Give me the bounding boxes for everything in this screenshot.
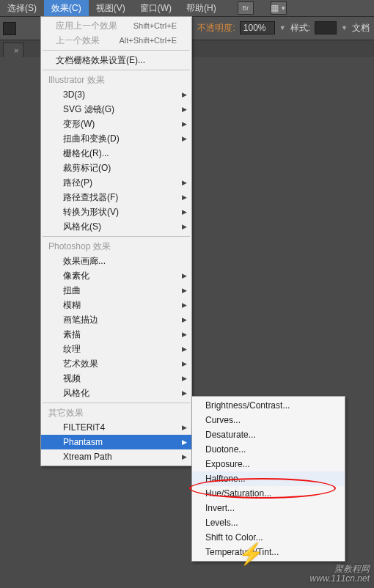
menu-item-label: 画笔描边 (63, 314, 177, 326)
menu-item-path[interactable]: 路径(P)▶ (41, 175, 191, 190)
menu-item-last: 上一个效果 Alt+Shift+Ctrl+E (41, 33, 191, 48)
menu-effects[interactable]: 效果(C) (44, 0, 89, 16)
layout-icon[interactable]: ▦▼ (271, 1, 287, 15)
menu-item-warp[interactable]: 变形(W)▶ (41, 117, 191, 131)
menu-item-label: 风格化(S) (63, 221, 177, 233)
menu-item-label: 视频 (63, 372, 177, 385)
menu-item-brushstrokes[interactable]: 画笔描边▶ (41, 312, 191, 327)
style-swatch[interactable] (315, 21, 337, 34)
submenu-item-invert[interactable]: Invert... (192, 501, 345, 515)
menu-item-sketch[interactable]: 素描▶ (41, 327, 191, 342)
submenu-arrow-icon: ▶ (182, 424, 187, 431)
menu-item-pathfinder[interactable]: 路径查找器(F)▶ (41, 190, 191, 205)
menu-item-label: 转换为形状(V) (63, 206, 177, 218)
menubar: 选择(S) 效果(C) 视图(V) 窗口(W) 帮助(H) Br ▦▼ (0, 0, 374, 16)
close-icon[interactable]: × (14, 46, 18, 55)
menu-item-filterit4[interactable]: FILTERiT4▶ (41, 420, 191, 435)
menu-item-rasterize[interactable]: 栅格化(R)... (41, 146, 191, 161)
menu-help[interactable]: 帮助(H) (179, 0, 224, 16)
submenu-item-curves[interactable]: Curves... (192, 413, 345, 427)
submenu-arrow-icon: ▶ (182, 272, 187, 279)
document-tab[interactable]: × (3, 43, 23, 57)
separator (43, 236, 190, 237)
menu-item-label: 变形(W) (63, 118, 177, 131)
menu-item-accel: Shift+Ctrl+E (133, 21, 177, 30)
chevron-down-icon[interactable]: ▼ (341, 24, 348, 32)
submenu-item-shifttocolor[interactable]: Shift to Color... (192, 530, 345, 545)
submenu-arrow-icon: ▶ (182, 91, 187, 98)
separator (43, 50, 190, 51)
menu-item-label: 文档栅格效果设置(E)... (56, 54, 177, 67)
menu-item-apply-last: 应用上一个效果 Shift+Ctrl+E (41, 18, 191, 33)
menu-item-label: 像素化 (63, 270, 177, 282)
menu-item-label: 效果画廊... (63, 255, 177, 268)
submenu-item-exposure[interactable]: Exposure... (192, 457, 345, 471)
bridge-icon[interactable]: Br (238, 1, 254, 15)
submenu-arrow-icon: ▶ (182, 120, 187, 128)
menu-item-distort[interactable]: 扭曲和变换(D)▶ (41, 131, 191, 146)
doc-label: 文档 (352, 22, 370, 34)
menu-item-svg-filters[interactable]: SVG 滤镜(G)▶ (41, 102, 191, 117)
menu-item-label: 扭曲和变换(D) (63, 133, 177, 145)
menu-item-label: 3D(3) (63, 89, 177, 100)
menu-item-pixelate[interactable]: 像素化▶ (41, 268, 191, 283)
submenu-item-duotone[interactable]: Duotone... (192, 442, 345, 457)
submenu-item-label: Levels... (205, 518, 238, 528)
submenu-item-brightness[interactable]: Brightness/Contrast... (192, 398, 345, 413)
menu-item-gallery[interactable]: 效果画廊... (41, 254, 191, 268)
submenu-arrow-icon: ▶ (182, 287, 187, 294)
menu-item-label: 上一个效果 (56, 34, 113, 47)
menu-item-3d[interactable]: 3D(3)▶ (41, 87, 191, 102)
submenu-item-label: Duotone... (205, 444, 246, 455)
menu-item-texture[interactable]: 纹理▶ (41, 342, 191, 356)
menu-item-label: 纹理 (63, 343, 177, 356)
submenu-item-levels[interactable]: Levels... (192, 515, 345, 530)
menu-item-label: 栅格化(R)... (63, 147, 177, 160)
menu-window[interactable]: 窗口(W) (133, 0, 179, 16)
menu-item-artistic[interactable]: 艺术效果▶ (41, 356, 191, 371)
submenu-arrow-icon: ▶ (182, 135, 187, 142)
menu-item-raster-settings[interactable]: 文档栅格效果设置(E)... (41, 53, 191, 67)
submenu-item-desaturate[interactable]: Desaturate... (192, 427, 345, 442)
separator (43, 70, 190, 70)
submenu-item-label: Halftone... (205, 474, 246, 484)
watermark: 聚教程网 www.111cn.net (310, 565, 370, 584)
effects-menu: 应用上一个效果 Shift+Ctrl+E 上一个效果 Alt+Shift+Ctr… (40, 16, 192, 466)
fill-swatch[interactable] (3, 22, 16, 35)
menu-item-blur[interactable]: 模糊▶ (41, 298, 191, 312)
menu-item-stylize-ai[interactable]: 风格化(S)▶ (41, 219, 191, 234)
menu-item-convert-shape[interactable]: 转换为形状(V)▶ (41, 205, 191, 219)
submenu-arrow-icon: ▶ (182, 360, 187, 367)
chevron-down-icon[interactable]: ▼ (279, 24, 286, 32)
menu-item-xtreampath[interactable]: Xtream Path▶ (41, 449, 191, 464)
submenu-arrow-icon: ▶ (182, 208, 187, 216)
menu-item-label: 素描 (63, 328, 177, 341)
opacity-field[interactable]: 100% (240, 21, 275, 34)
submenu-arrow-icon: ▶ (182, 389, 187, 397)
menu-item-phantasm[interactable]: Phantasm▶ (41, 435, 191, 449)
phantasm-submenu: Brightness/Contrast... Curves... Desatur… (191, 396, 345, 562)
menu-item-label: FILTERiT4 (63, 422, 177, 433)
menu-item-label: SVG 滤镜(G) (63, 103, 177, 116)
menu-item-accel: Alt+Shift+Ctrl+E (119, 36, 177, 45)
style-label: 样式: (290, 22, 310, 34)
menu-item-distort-ps[interactable]: 扭曲▶ (41, 283, 191, 298)
submenu-arrow-icon: ▶ (182, 453, 187, 460)
menu-item-label: 艺术效果 (63, 358, 177, 370)
menu-item-label: 路径查找器(F) (63, 191, 177, 204)
menu-item-label: 裁剪标记(O) (63, 162, 177, 174)
menu-item-video[interactable]: 视频▶ (41, 371, 191, 386)
menu-item-label: 应用上一个效果 (56, 20, 128, 32)
menu-view[interactable]: 视图(V) (89, 0, 133, 16)
menu-item-cropmarks[interactable]: 裁剪标记(O) (41, 161, 191, 175)
submenu-item-temperature[interactable]: Temperature/Tint... (192, 545, 345, 559)
submenu-arrow-icon: ▶ (182, 345, 187, 353)
menu-item-stylize-ps[interactable]: 风格化▶ (41, 386, 191, 400)
submenu-item-halftone[interactable]: Halftone... (192, 471, 345, 486)
submenu-item-label: Shift to Color... (205, 532, 263, 543)
submenu-arrow-icon: ▶ (182, 106, 187, 113)
lightning-icon: ⚡ (238, 542, 264, 566)
menu-select[interactable]: 选择(S) (0, 0, 44, 16)
menu-item-label: 模糊 (63, 299, 177, 312)
submenu-item-huesat[interactable]: Hue/Saturation... (192, 486, 345, 501)
